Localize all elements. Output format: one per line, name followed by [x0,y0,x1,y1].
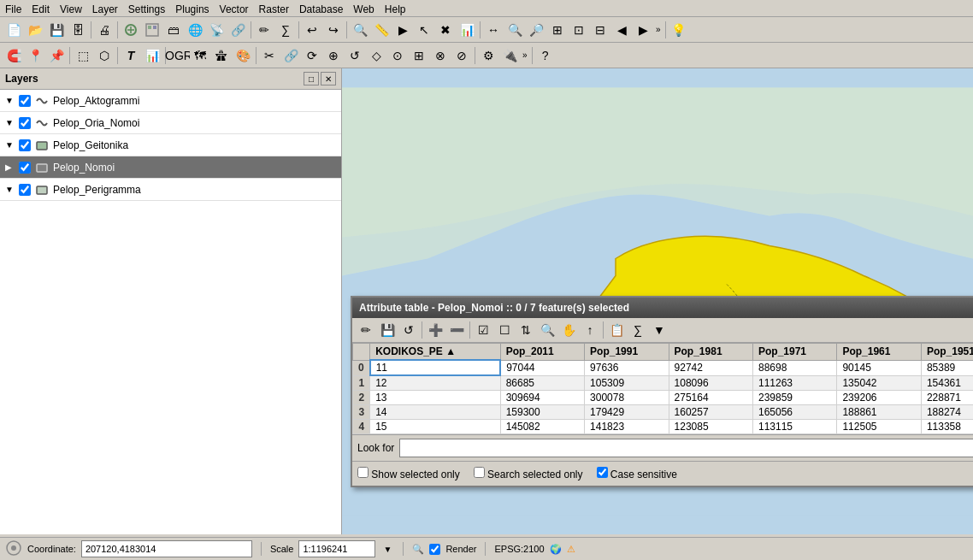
ring-btn[interactable]: ⊙ [387,45,408,66]
layer-visibility-geitonika[interactable] [19,139,31,151]
zoom-out-btn[interactable]: 🔎 [526,20,546,40]
cell-pop1961[interactable]: 239206 [837,391,921,405]
cell-pop1991[interactable]: 97636 [585,360,669,375]
menu-file[interactable]: File [0,2,27,17]
add-raster-layer-btn[interactable] [142,20,162,40]
cell-pop1951[interactable]: 154361 [921,375,973,391]
cell-pop2011[interactable]: 145082 [500,420,584,434]
field-calc-tbl-btn[interactable]: ∑ [628,320,648,340]
new-project-btn[interactable]: 📄 [3,20,24,40]
print-btn[interactable]: 🖨 [94,20,115,40]
zoom-selection-btn[interactable]: ⊟ [590,20,610,40]
add-wms-btn[interactable]: 🌐 [185,20,205,40]
measure-btn[interactable]: 📏 [371,20,392,40]
zoom-layer-btn[interactable]: ⊡ [569,20,589,40]
merge-btn[interactable]: 🔗 [280,45,301,66]
scale-dropdown-btn[interactable]: ▼ [380,540,394,557]
case-sensitive-label[interactable]: Case sensitive [597,467,677,480]
table-wrapper[interactable]: KODIKOS_PE ▲ Pop_2011 Pop_1991 Pop_1981 … [352,343,973,434]
tip-btn[interactable]: 💡 [669,20,689,40]
reshape-btn[interactable]: ⟳ [302,45,322,66]
more-btn[interactable]: » [654,25,663,34]
delete-feature-btn[interactable]: ➖ [446,320,467,340]
invert-sel-btn[interactable]: ⇅ [516,320,536,340]
pin-diagram-btn[interactable]: 📊 [142,45,162,66]
topo-btn[interactable]: 🗺 [190,45,210,66]
cell-pop1951[interactable]: 113358 [921,420,973,434]
select-by-rect-btn[interactable]: ⬚ [73,45,93,66]
label-btn[interactable]: T [121,45,141,66]
add-feature-btn[interactable]: ➕ [425,320,445,340]
coordinate-input[interactable] [81,540,252,557]
search-input[interactable] [399,439,973,457]
cell-pop1951[interactable]: 188274 [921,405,973,420]
cell-kodikos[interactable]: 12 [370,375,500,391]
open-table-btn[interactable]: 📊 [457,20,477,40]
cell-pop1991[interactable]: 300078 [585,391,669,405]
cell-pop1981[interactable]: 92742 [669,360,752,375]
col-pop1991[interactable]: Pop_1991 [585,344,669,361]
cell-pop2011[interactable]: 309694 [500,391,584,405]
redo-btn[interactable]: ↪ [323,20,344,40]
cell-pop2011[interactable]: 86685 [500,375,584,391]
menu-edit[interactable]: Edit [27,2,55,17]
add-wfs-btn[interactable]: 📡 [206,20,227,40]
zoom-prev-btn[interactable]: ◀ [611,20,632,40]
split-btn[interactable]: ✂ [259,45,280,66]
zoom-sel-btn[interactable]: 🔍 [537,320,557,340]
copy-col-btn[interactable]: 📋 [606,320,627,340]
color-btn[interactable]: 🎨 [233,45,253,66]
cell-pop1981[interactable]: 160257 [669,405,752,420]
search-selected-only-check[interactable] [474,467,485,478]
menu-database[interactable]: Database [294,2,348,17]
menu-layer[interactable]: Layer [87,2,123,17]
action-btn[interactable]: ▶ [392,20,413,40]
layer-visibility-aktogrammi[interactable] [19,95,31,107]
layer-item-aktogrammi[interactable]: ▼ Pelop_Aktogrammi [0,90,341,112]
plugin-mgr-btn[interactable]: 🔌 [499,45,520,66]
cell-pop1981[interactable]: 275164 [669,391,752,405]
select-btn[interactable]: ↖ [414,20,434,40]
scale-input[interactable] [298,540,375,557]
open-ogr-btn[interactable]: OGR [168,45,189,66]
road-btn[interactable]: 🛣 [211,45,232,66]
cell-pop1961[interactable]: 135042 [837,375,921,391]
undo-btn[interactable]: ↩ [302,20,322,40]
layer-item-oria[interactable]: ▼ Pelop_Oria_Nomoi [0,112,341,134]
zoom-in-btn[interactable]: 🔍 [504,20,525,40]
cell-pop1961[interactable]: 90145 [837,360,921,375]
zoom-next-btn[interactable]: ▶ [633,20,653,40]
layers-minimize[interactable]: □ [304,72,319,85]
pan-sel-btn[interactable]: ✋ [558,320,579,340]
save-as-btn[interactable]: 🗄 [68,20,88,40]
cell-pop1971[interactable]: 111263 [752,375,836,391]
menu-view[interactable]: View [55,2,87,17]
menu-raster[interactable]: Raster [254,2,294,17]
simplify-btn[interactable]: ◇ [366,45,386,66]
part-btn[interactable]: ⊞ [409,45,429,66]
reload-btn[interactable]: ↺ [398,320,419,340]
cell-pop1961[interactable]: 188861 [837,405,921,420]
menu-plugins[interactable]: Plugins [170,2,214,17]
toggle-editing-btn[interactable]: ✏ [356,320,376,340]
zoom-full-btn[interactable]: ⊞ [547,20,568,40]
del-ring-btn[interactable]: ⊗ [430,45,451,66]
select-by-poly-btn[interactable]: ⬡ [94,45,115,66]
layer-item-geitonika[interactable]: ▼ Pelop_Geitonika [0,134,341,156]
cell-kodikos[interactable]: 13 [370,391,500,405]
menu-vector[interactable]: Vector [215,2,254,17]
digitize-btn[interactable]: ✏ [254,20,274,40]
cell-kodikos[interactable]: 14 [370,405,500,420]
script-btn[interactable]: ⚙ [478,45,498,66]
col-filter-btn[interactable]: ▼ [649,320,669,340]
gps-btn[interactable]: 📍 [25,45,45,66]
col-pop1971[interactable]: Pop_1971 [752,344,836,361]
cell-pop1971[interactable]: 165056 [752,405,836,420]
cell-pop1961[interactable]: 112505 [837,420,921,434]
layers-close[interactable]: ✕ [321,72,336,85]
cell-pop2011[interactable]: 97044 [500,360,584,375]
snap-btn[interactable]: 🧲 [3,45,24,66]
open-btn[interactable]: 📂 [25,20,45,40]
cell-pop1981[interactable]: 123085 [669,420,752,434]
help-btn[interactable]: ? [535,45,556,66]
